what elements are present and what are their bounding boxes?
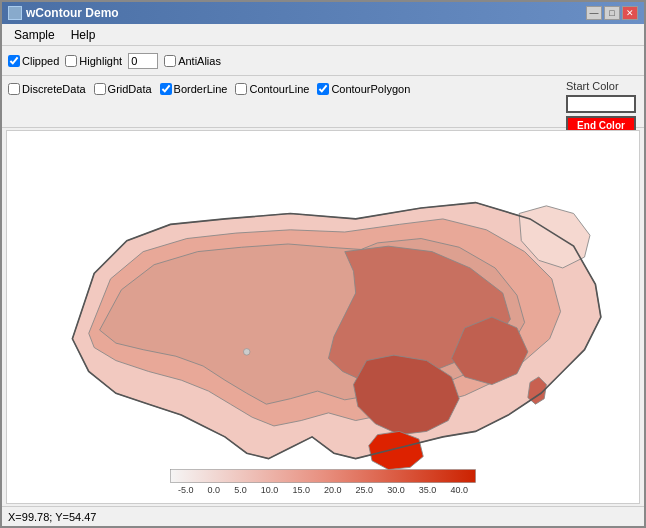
map-canvas[interactable]: -5.0 0.0 5.0 10.0 15.0 20.0 25.0 30.0 35… [6,130,640,504]
discrete-data-item[interactable]: DiscreteData [8,83,86,95]
menu-help[interactable]: Help [63,26,104,44]
legend-area: -5.0 0.0 5.0 10.0 15.0 20.0 25.0 30.0 35… [178,483,468,495]
start-color-label: Start Color [566,80,619,92]
app-icon [8,6,22,20]
grid-data-item[interactable]: GridData [94,83,152,95]
legend-val-5: 20.0 [324,485,342,495]
highlight-label: Highlight [79,55,122,67]
svg-rect-2 [170,470,475,483]
contour-line-item[interactable]: ContourLine [235,83,309,95]
color-section: Start Color End Color [566,80,636,134]
border-line-label: BorderLine [174,83,228,95]
legend-val-1: 0.0 [208,485,221,495]
legend-labels: -5.0 0.0 5.0 10.0 15.0 20.0 25.0 30.0 35… [178,485,468,495]
legend-val-7: 30.0 [387,485,405,495]
contour-polygon-item[interactable]: ContourPolygon [317,83,410,95]
toolbar1-group: Clipped Highlight AntiAlias [8,53,221,69]
clipped-checkbox[interactable] [8,55,20,67]
coordinates-text: X=99.78; Y=54.47 [8,511,97,523]
contour-polygon-checkbox[interactable] [317,83,329,95]
menu-sample[interactable]: Sample [6,26,63,44]
highlight-checkbox[interactable] [65,55,77,67]
antialias-label: AntiAlias [178,55,221,67]
status-bar: X=99.78; Y=54.47 [2,506,644,526]
maximize-button[interactable]: □ [604,6,620,20]
title-bar: wContour Demo — □ ✕ [2,2,644,24]
legend-val-8: 35.0 [419,485,437,495]
discrete-data-checkbox[interactable] [8,83,20,95]
legend-val-4: 15.0 [292,485,310,495]
menu-bar: Sample Help [2,24,644,46]
window-title: wContour Demo [26,6,119,20]
grid-data-label: GridData [108,83,152,95]
antialias-checkbox[interactable] [164,55,176,67]
contour-line-label: ContourLine [249,83,309,95]
main-window: wContour Demo — □ ✕ Sample Help Clipped … [0,0,646,528]
minimize-button[interactable]: — [586,6,602,20]
close-button[interactable]: ✕ [622,6,638,20]
contour-polygon-label: ContourPolygon [331,83,410,95]
clipped-item[interactable]: Clipped [8,55,59,67]
legend-val-6: 25.0 [356,485,374,495]
toolbar1: Clipped Highlight AntiAlias [2,46,644,76]
map-svg [7,131,639,503]
border-line-item[interactable]: BorderLine [160,83,228,95]
antialias-item[interactable]: AntiAlias [164,55,221,67]
legend-val-2: 5.0 [234,485,247,495]
title-bar-buttons: — □ ✕ [586,6,638,20]
highlight-input[interactable] [128,53,158,69]
svg-point-1 [243,349,250,356]
clipped-label: Clipped [22,55,59,67]
toolbar2-left: DiscreteData GridData BorderLine Contour… [8,79,410,95]
legend-val-3: 10.0 [261,485,279,495]
legend-val-9: 40.0 [450,485,468,495]
discrete-data-label: DiscreteData [22,83,86,95]
border-line-checkbox[interactable] [160,83,172,95]
legend-val-0: -5.0 [178,485,194,495]
start-color-button[interactable] [566,95,636,113]
contour-line-checkbox[interactable] [235,83,247,95]
grid-data-checkbox[interactable] [94,83,106,95]
highlight-item[interactable]: Highlight [65,55,122,67]
title-bar-left: wContour Demo [8,6,119,20]
toolbar2: DiscreteData GridData BorderLine Contour… [2,76,644,128]
